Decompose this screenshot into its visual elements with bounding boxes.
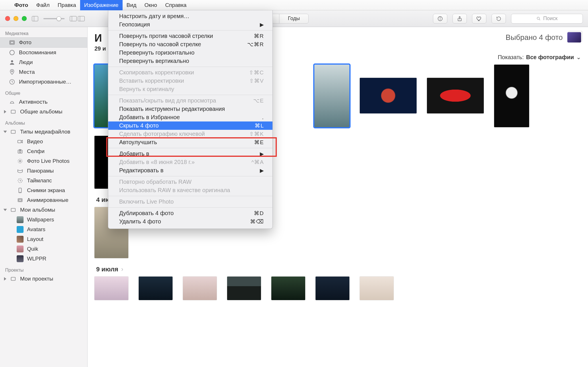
sidebar-item-timelapse[interactable]: Таймлапс bbox=[0, 176, 87, 186]
rotate-button[interactable] bbox=[492, 14, 506, 24]
menu-item[interactable]: Редактировать в▶ bbox=[108, 166, 272, 175]
menu-item: Вставить корректировки⇧⌘V bbox=[108, 77, 272, 85]
menu-item: Использовать RAW в качестве оригинала bbox=[108, 186, 272, 194]
svg-rect-13 bbox=[11, 130, 16, 134]
photo-thumbnail[interactable] bbox=[360, 78, 417, 113]
sidebar-item-my-projects[interactable]: Мои проекты bbox=[0, 274, 87, 284]
date-heading-1: 29 и bbox=[94, 45, 106, 52]
menu-item: Скопировать корректировки⇧⌘C bbox=[108, 68, 272, 77]
sidebar-item-live-photos[interactable]: Фото Live Photos bbox=[0, 156, 87, 166]
menu-item: Вернуть к оригиналу bbox=[108, 85, 272, 93]
sidebar-item-panoramas[interactable]: Панорамы bbox=[0, 166, 87, 176]
photo-thumbnail[interactable] bbox=[494, 65, 529, 127]
sidebar-item-selfies[interactable]: Селфи bbox=[0, 146, 87, 156]
menu-item[interactable]: Повернуть по часовой стрелке⌥⌘R bbox=[108, 40, 272, 49]
sidebar-item-shared-albums[interactable]: Общие альбомы bbox=[0, 107, 87, 117]
sidebar-album-wallpapers[interactable]: Wallpapers bbox=[0, 215, 87, 225]
photo-thumbnail[interactable] bbox=[94, 277, 128, 300]
svg-line-5 bbox=[539, 19, 540, 20]
selection-count: Выбрано 4 фото bbox=[506, 33, 563, 42]
photo-thumbnail[interactable] bbox=[183, 277, 217, 300]
svg-rect-26 bbox=[11, 277, 16, 281]
sidebar-item-media-types[interactable]: Типы медиафайлов bbox=[0, 127, 87, 137]
menu-item[interactable]: Показать инструменты редактирования bbox=[108, 105, 272, 113]
sidebar-toggle-button[interactable] bbox=[32, 16, 38, 21]
menu-item[interactable]: Геопозиция▶ bbox=[108, 20, 272, 29]
search-placeholder: Поиск bbox=[543, 16, 558, 22]
photo-thumbnail[interactable] bbox=[316, 277, 349, 300]
image-menu-dropdown: Настроить дату и время…Геопозиция▶Поверн… bbox=[108, 10, 273, 229]
close-window-button[interactable] bbox=[5, 16, 10, 21]
photo-thumbnail[interactable] bbox=[427, 78, 484, 113]
svg-rect-24 bbox=[19, 199, 21, 201]
segment-years[interactable]: Годы bbox=[279, 14, 309, 23]
sidebar-section-library: Медиатека bbox=[0, 27, 87, 37]
menu-window[interactable]: Окно bbox=[140, 0, 161, 10]
sidebar-item-video[interactable]: Видео bbox=[0, 137, 87, 146]
system-menubar: Фото Файл Правка Изображение Вид Окно Сп… bbox=[0, 0, 588, 10]
menu-item[interactable]: Добавить в▶ bbox=[108, 150, 272, 158]
menu-item[interactable]: Скрыть 4 фото⌘L bbox=[108, 121, 272, 130]
menu-item[interactable]: Повернуть против часовой стрелки⌘R bbox=[108, 32, 272, 40]
menu-item[interactable]: Перевернуть горизонтально bbox=[108, 49, 272, 57]
sidebar-section-albums: Альбомы bbox=[0, 117, 87, 127]
menu-item[interactable]: Добавить в Избранное. bbox=[108, 113, 272, 121]
sidebar-item-places[interactable]: Места bbox=[0, 67, 87, 77]
sidebar-item-animated[interactable]: Анимированные bbox=[0, 195, 87, 205]
sidebar-section-shared: Общие bbox=[0, 87, 87, 97]
menu-file[interactable]: Файл bbox=[32, 0, 54, 10]
menu-item: Добавить в «8 июня 2018 г.»^⌘A bbox=[108, 158, 272, 166]
sidebar-item-imports[interactable]: Импортированные… bbox=[0, 77, 87, 87]
photo-thumbnail[interactable] bbox=[271, 277, 305, 300]
menu-image[interactable]: Изображение bbox=[80, 0, 123, 10]
sidebar-item-activity[interactable]: Активность bbox=[0, 97, 87, 107]
menu-view[interactable]: Вид bbox=[123, 0, 140, 10]
view-list-button[interactable] bbox=[78, 16, 85, 21]
menu-item[interactable]: Перевернуть вертикально bbox=[108, 57, 272, 65]
selection-stack-thumbnail bbox=[567, 32, 581, 43]
svg-rect-25 bbox=[11, 208, 16, 212]
sidebar-item-my-albums[interactable]: Мои альбомы bbox=[0, 205, 87, 215]
svg-point-8 bbox=[10, 50, 15, 55]
menu-edit[interactable]: Правка bbox=[54, 0, 80, 10]
menu-item[interactable]: Автоулучшить⌘E bbox=[108, 138, 272, 146]
svg-rect-14 bbox=[18, 140, 21, 143]
sidebar-album-quik[interactable]: Quik bbox=[0, 244, 87, 254]
photo-thumbnail[interactable] bbox=[314, 65, 349, 127]
sidebar-album-wlppr[interactable]: WLPPR bbox=[0, 254, 87, 264]
svg-point-16 bbox=[19, 151, 21, 152]
share-button[interactable] bbox=[452, 14, 467, 24]
menu-item[interactable]: Настроить дату и время… bbox=[108, 12, 272, 20]
svg-point-9 bbox=[11, 60, 13, 62]
sidebar-item-screenshots[interactable]: Снимки экрана bbox=[0, 186, 87, 195]
view-grid-button[interactable] bbox=[70, 16, 77, 21]
info-button[interactable] bbox=[433, 14, 447, 24]
sidebar: Медиатека Фото Воспоминания Люди Места И… bbox=[0, 27, 88, 367]
svg-point-2 bbox=[440, 17, 440, 18]
minimize-window-button[interactable] bbox=[13, 16, 18, 21]
menu-item[interactable]: Удалить 4 фото⌘⌫ bbox=[108, 217, 272, 226]
menu-item: Показать/скрыть вид для просмотра⌥E bbox=[108, 96, 272, 105]
sidebar-section-projects: Проекты bbox=[0, 264, 87, 274]
menu-item[interactable]: Дублировать 4 фото⌘D bbox=[108, 209, 272, 217]
menu-item: Повторно обработать RAW bbox=[108, 178, 272, 186]
menu-item: Сделать фотографию ключевой⇧⌘K bbox=[108, 130, 272, 138]
sidebar-item-people[interactable]: Люди bbox=[0, 57, 87, 67]
photo-thumbnail[interactable] bbox=[360, 277, 394, 300]
menu-app[interactable]: Фото bbox=[10, 0, 32, 10]
sidebar-album-layout[interactable]: Layout bbox=[0, 234, 87, 244]
photo-thumbnail[interactable] bbox=[227, 277, 261, 300]
favorite-button[interactable] bbox=[472, 14, 486, 24]
svg-point-4 bbox=[537, 17, 539, 19]
svg-rect-7 bbox=[11, 41, 14, 43]
sidebar-item-memories[interactable]: Воспоминания bbox=[0, 48, 87, 57]
thumbnail-zoom-slider[interactable] bbox=[43, 18, 65, 19]
search-field[interactable]: Поиск bbox=[511, 14, 583, 24]
zoom-window-button[interactable] bbox=[22, 16, 27, 21]
chevron-right-icon[interactable]: › bbox=[121, 266, 123, 273]
sidebar-album-avatars[interactable]: Avatars bbox=[0, 225, 87, 234]
menu-help[interactable]: Справка bbox=[161, 0, 191, 10]
chevron-down-icon: ⌄ bbox=[576, 54, 581, 61]
sidebar-item-photos[interactable]: Фото bbox=[0, 37, 87, 48]
photo-thumbnail[interactable] bbox=[139, 277, 173, 300]
